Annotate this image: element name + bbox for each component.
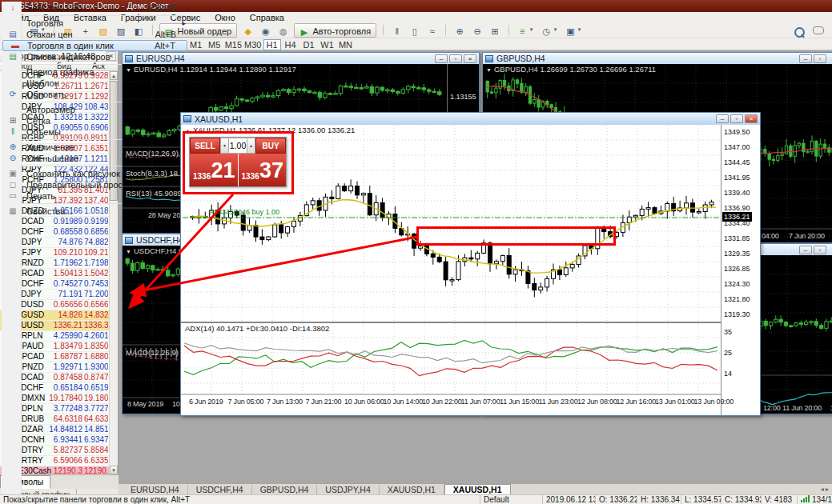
price-scale-label: 1347.00 [724,143,750,151]
status-hint: Показ/скрытие панели торговли в один кли… [0,495,480,504]
ask-value: 0.65666 [84,300,108,310]
chart-ohlc-header: ▼GBPUSD,H4 1.26699 1.26730 1.26696 1.267… [486,65,656,74]
menu-item-icon: ▦ [6,206,19,217]
minimize-icon[interactable]: – [799,54,812,63]
ask-value: 4.26010 [84,331,108,341]
menu-item[interactable]: Торговля▸ [1,18,189,29]
axis-label: 10 Jun 22:00 [422,398,462,406]
ask-value: 1.93004 [84,362,108,372]
axis-label: 7 Jun 13:00 [267,398,303,406]
menu-item-label: Обновить [26,89,66,100]
timeframe-button[interactable]: H1 [263,39,281,50]
menu-item-selected[interactable]: ▬Торговля в один кликAlt+T [2,40,187,51]
price-scale-label: 1326.85 [724,265,750,273]
maximize-icon[interactable]: ▫ [814,54,826,63]
indicators-button[interactable]: ≡ [515,24,530,38]
ask-value: 6.63352 [84,456,108,466]
menu-bar-item[interactable]: Справка [243,12,291,23]
price-direction-icon: ▼ [126,67,131,73]
ask-value: 5.85847 [84,446,108,455]
ask-value: 1.83502 [84,342,108,351]
menu-item-icon: ⊞ [6,115,19,126]
volume-up-icon[interactable]: ▴ [247,138,255,154]
line-chart-button[interactable]: ≈ [424,24,440,38]
templates-button[interactable]: ▣ [563,24,578,38]
metaeditor-button[interactable]: ◆ [240,24,255,38]
chart-window-titlebar[interactable]: EURUSD,H4 – ▫ × [123,53,479,65]
periods-dropdown-icon[interactable]: ▾ [554,23,561,36]
menu-item-label: Sell Limit 1.00 [26,2,82,14]
menu-item-icon: ▭ [6,190,19,202]
minimize-icon[interactable]: – [435,54,448,63]
auto-trading-button[interactable]: ▶Авто-торговля [294,23,376,38]
periods-button[interactable]: ◷ [539,24,554,38]
menu-item-shortcut: 1339.65 [144,2,184,14]
zoom-in-button[interactable]: ⊕ [452,24,467,38]
buy-price-pips: 37 [259,155,283,186]
timeframe-button[interactable]: MN [337,39,355,50]
menu-item-label: Авторазмер [26,104,75,115]
menu-item-label: Список индикаторов [26,51,110,62]
menu-item-icon: ⊖ [6,153,19,164]
tile-windows-button[interactable]: ⊞ [488,24,503,38]
price-scale-label: 1349.50 [724,128,750,136]
volume-input[interactable]: 1.00 [229,138,247,154]
ask-value: 1.50425 [84,269,108,278]
price-scale-label: 1336.90 [724,204,750,212]
timeframe-button[interactable]: M1 [187,39,205,50]
status-cell: H: 1336.34 [637,495,681,504]
scroll-down-icon[interactable]: ▼ [110,466,118,474]
minimize-icon[interactable]: – [716,114,729,123]
candlestick-chart-button[interactable]: ▯ [407,24,422,38]
menu-item[interactable]: ▤Стакан ценAlt+B [1,29,189,40]
maximize-icon[interactable]: ▫ [730,114,743,123]
search-icon[interactable] [794,26,805,38]
indicator-scale-label: 14 [724,370,732,378]
close-icon[interactable]: × [745,114,758,123]
price-direction-icon: ▼ [126,249,131,254]
menu-bar-item[interactable]: Окно [207,12,243,23]
ask-value: 6.93476 [84,435,108,445]
submenu-arrow-icon: ▸ [182,18,186,29]
zoom-out-button[interactable]: ⊖ [470,24,485,38]
timeframe-button[interactable]: H4 [282,39,299,50]
timeframe-button[interactable]: M30 [243,39,262,50]
indicators-dropdown-icon[interactable]: ▾ [530,23,537,36]
community-button[interactable]: ◍ [275,24,291,38]
chart-window-titlebar[interactable]: XAUUSD,H1 – ▫ × [181,113,760,126]
sell-button[interactable]: SELL [190,138,220,154]
chat-icon[interactable] [813,24,824,34]
ask-value: 14.832 [84,310,108,320]
sell-price-button[interactable]: 1336 21 [190,154,238,186]
timeframe-button[interactable]: M15 [224,39,243,50]
maximize-icon[interactable]: ▫ [814,246,826,254]
timeframe-button[interactable]: W1 [319,39,336,50]
chart-window-title: XAUUSD,H1 [195,114,243,124]
menu-item-icon: ‖ [6,126,19,138]
timeframe-button[interactable]: D1 [300,39,318,50]
close-icon[interactable]: × [464,54,476,63]
buy-button[interactable]: BUY [255,138,286,154]
timeframe-button[interactable]: M5 [206,39,223,50]
chart-window-titlebar[interactable]: GBPUSD,H4 – ▫ [483,53,832,65]
menu-item[interactable]: ↓Sell Limit 1.001339.65 [1,2,189,14]
buy-price-button[interactable]: 1336 37 [239,154,287,186]
toolbar-separator [383,25,384,35]
chart-window-title: GBPUSD,H4 [496,54,545,63]
bar-chart-button[interactable]: ‖ [389,24,404,38]
experts-button[interactable]: ◉ [258,24,273,38]
minimize-icon[interactable]: – [799,246,812,254]
menu-item-label: Шаблон [26,78,59,89]
ask-value: 1.71984 [84,258,108,268]
ask-value: 12190.8 [84,466,108,474]
volume-down-icon[interactable]: ▾ [220,138,229,154]
templates-dropdown-icon[interactable]: ▾ [578,23,585,36]
connection-signal-icon [801,495,810,504]
chart-ohlc-header: ▼EURUSD,H4 1.12914 1.12944 1.12890 1.129… [126,65,296,74]
axis-label: 12 Jun 08:00 [577,398,617,406]
axis-label: 7 Jun 20:00 [789,232,825,240]
tab-scroll-icons[interactable]: ◂ ▸ [821,486,829,493]
maximize-icon[interactable]: ▫ [449,54,462,63]
chart-ohlc-header: ▲XAUUSD,H1 1336.61 1337.12 1336.00 1336.… [185,126,355,134]
chart-tab[interactable]: XAUUSD,H1 [444,484,511,495]
